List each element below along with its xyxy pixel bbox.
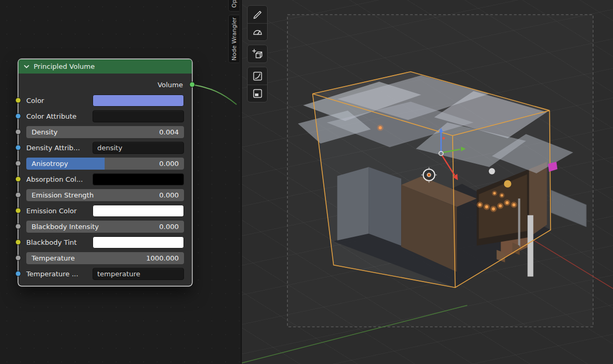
toolbar-group-annotate	[247, 5, 268, 41]
absorption-color-swatch-button[interactable]	[93, 173, 184, 185]
row-label: Blackbody Tint	[26, 238, 77, 246]
density-attribute-field[interactable]	[93, 142, 184, 154]
color-swatch-button[interactable]	[93, 95, 184, 107]
point-light[interactable]	[377, 124, 383, 131]
slider-label: Anisotropy	[32, 160, 68, 168]
row-label: Density Attrib...	[26, 144, 80, 152]
row-emission-strength: Emission Strength 0.000	[18, 187, 192, 203]
socket-volume-output[interactable]	[189, 82, 195, 88]
socket-anisotropy-input[interactable]	[15, 161, 21, 167]
socket-absorption-color-input[interactable]	[15, 176, 21, 182]
blackbody-intensity-slider[interactable]: Blackbody Intensity 0.000	[26, 221, 184, 233]
red-light-dot[interactable]	[442, 137, 445, 140]
output-label: Volume	[158, 81, 183, 89]
principled-volume-node[interactable]: Principled Volume Volume Color Color Att…	[18, 59, 192, 286]
row-blackbody-intensity: Blackbody Intensity 0.000	[18, 219, 192, 234]
row-absorption-color: Absorption Col...	[18, 171, 192, 187]
socket-density-attribute-input[interactable]	[15, 145, 21, 151]
anisotropy-slider[interactable]: Anisotropy 0.000	[26, 158, 184, 170]
corner-curve-tool-button[interactable]	[248, 67, 267, 85]
viewport-toolbar	[247, 5, 268, 102]
socket-emission-strength-input[interactable]	[15, 192, 21, 198]
row-density: Density 0.004	[18, 124, 192, 140]
socket-emission-color-input[interactable]	[15, 208, 21, 214]
density-slider[interactable]: Density 0.004	[26, 126, 184, 138]
row-temperature: Temperature 1000.000	[18, 250, 192, 266]
sidebar-tab-options[interactable]: Op	[228, 0, 239, 12]
socket-blackbody-tint-input[interactable]	[15, 240, 21, 245]
socket-temperature-input[interactable]	[15, 255, 21, 261]
sidebar-tab-node-wrangler[interactable]: Node Wrangler	[228, 15, 239, 63]
row-color: Color	[18, 92, 192, 108]
toolbar-group-add	[247, 45, 268, 63]
temperature-attribute-field[interactable]	[93, 268, 184, 280]
row-label: Emission Color	[26, 207, 77, 215]
socket-color-attribute-input[interactable]	[15, 113, 21, 119]
temperature-slider[interactable]: Temperature 1000.000	[26, 252, 184, 264]
row-output-volume: Volume	[18, 77, 192, 92]
row-temperature-attribute: Temperature ...	[18, 266, 192, 282]
add-cube-tool-button[interactable]	[248, 45, 267, 63]
slider-label: Emission Strength	[32, 191, 94, 199]
socket-density-input[interactable]	[15, 129, 21, 135]
toolbar-group-extra	[247, 67, 268, 102]
socket-temperature-attribute-input[interactable]	[15, 271, 21, 277]
slider-value: 0.000	[159, 191, 179, 199]
slider-value: 0.004	[159, 128, 179, 136]
node-body: Volume Color Color Attribute Density 0.0…	[18, 74, 192, 286]
node-header[interactable]: Principled Volume	[18, 59, 192, 74]
slider-value: 1000.000	[146, 254, 179, 262]
emission-color-swatch-button[interactable]	[93, 205, 184, 217]
collapse-chevron-icon[interactable]	[24, 65, 29, 68]
slider-value: 0.000	[159, 160, 179, 168]
row-color-attribute: Color Attribute	[18, 108, 192, 124]
row-density-attribute: Density Attrib...	[18, 140, 192, 155]
measure-tool-button[interactable]	[248, 23, 267, 40]
corner-curve-icon	[252, 70, 263, 82]
measure-icon	[252, 26, 263, 38]
row-anisotropy: Anisotropy 0.000	[18, 155, 192, 171]
slider-label: Temperature	[32, 254, 75, 262]
blackbody-tint-swatch-button[interactable]	[93, 236, 184, 248]
row-label: Absorption Col...	[26, 175, 83, 183]
row-label: Temperature ...	[26, 270, 78, 278]
row-label: Color	[26, 97, 44, 105]
annotate-tool-button[interactable]	[248, 6, 267, 23]
row-emission-color: Emission Color	[18, 203, 192, 219]
socket-color-input[interactable]	[15, 98, 21, 103]
tab-label: Node Wrangler	[231, 17, 238, 60]
scene-3d[interactable]	[242, 0, 613, 364]
emission-strength-slider[interactable]: Emission Strength 0.000	[26, 189, 184, 201]
row-blackbody-tint: Blackbody Tint	[18, 234, 192, 250]
color-attribute-field[interactable]	[93, 110, 184, 122]
add-cube-icon	[252, 48, 263, 60]
socket-blackbody-intensity-input[interactable]	[15, 224, 21, 230]
shader-node-editor[interactable]: Principled Volume Volume Color Color Att…	[0, 0, 241, 364]
viewport-3d[interactable]	[241, 0, 613, 364]
slider-label: Blackbody Intensity	[32, 223, 99, 231]
region-tool-button[interactable]	[248, 85, 267, 102]
node-title: Principled Volume	[34, 63, 95, 70]
region-icon	[252, 88, 263, 99]
row-label: Color Attribute	[26, 112, 76, 120]
annotate-icon	[252, 9, 263, 20]
sidebar-tab-strip: Op Node Wrangler	[228, 0, 240, 364]
tab-label: Op	[231, 0, 238, 8]
slider-value: 0.000	[159, 223, 179, 231]
slider-label: Density	[32, 128, 57, 136]
